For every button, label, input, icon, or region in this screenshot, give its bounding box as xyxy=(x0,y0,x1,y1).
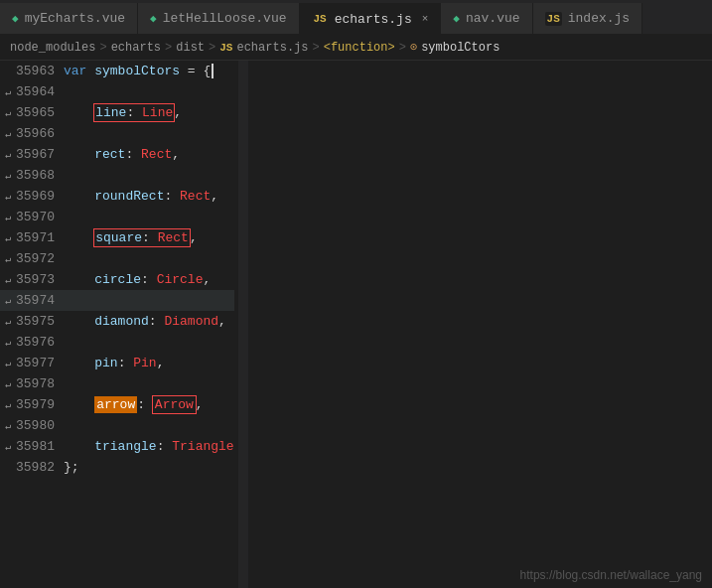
linecontent-35967: rect: Rect, xyxy=(54,144,234,165)
bc-symbolctors: symbolCtors xyxy=(421,41,499,55)
line-row-35971: ↵ 35971 square: Rect, xyxy=(0,227,234,248)
js-icon-2: JS xyxy=(545,12,562,26)
line-row-35963: 35963 var symbolCtors = { xyxy=(0,61,234,81)
line-row-35967: ↵ 35967 rect: Rect, xyxy=(0,144,234,165)
bc-sep-5: > xyxy=(399,41,406,55)
line-row-35976: ↵ 35976 xyxy=(0,332,234,353)
line-row-35979: ↵ 35979 arrow: Arrow, xyxy=(0,394,234,415)
arrow-35980: ↵ xyxy=(0,420,16,432)
arrow-35975: ↵ xyxy=(0,316,16,328)
tab-index-js[interactable]: JS index.js xyxy=(533,3,643,34)
arrow-35973: ↵ xyxy=(0,274,16,286)
line-row-35977: ↵ 35977 pin: Pin, xyxy=(0,353,234,373)
linecontent-35975: diamond: Diamond, xyxy=(54,311,234,332)
arrow-35981: ↵ xyxy=(0,441,16,453)
line-row-35964: ↵ 35964 xyxy=(0,81,234,102)
linenum-35982: 35982 xyxy=(16,457,54,478)
bc-dist: dist xyxy=(176,41,205,55)
arrow-35966: ↵ xyxy=(0,128,16,140)
line-row-35970: ↵ 35970 xyxy=(0,207,234,227)
arrow-key-highlight: arrow xyxy=(94,396,137,413)
line-row-35982: 35982 }; xyxy=(0,457,234,478)
arrow-35974: ↵ xyxy=(0,295,16,307)
code-area: 35963 var symbolCtors = { ↵ 35964 ↵ 3596… xyxy=(0,61,712,588)
linenum-35974: 35974 xyxy=(16,290,54,311)
linenum-35976: 35976 xyxy=(16,332,54,353)
linecontent-35963: var symbolCtors = { xyxy=(54,61,234,81)
arrow-35967: ↵ xyxy=(0,149,16,161)
bc-function: <function> xyxy=(324,41,395,55)
linenum-35963: 35963 xyxy=(16,61,54,81)
linecontent-35971: square: Rect, xyxy=(54,227,234,248)
linenum-35980: 35980 xyxy=(16,415,54,436)
linecontent-35982: }; xyxy=(54,457,234,478)
linenum-35967: 35967 xyxy=(16,144,54,165)
bc-sep-1: > xyxy=(99,41,106,55)
linenum-35977: 35977 xyxy=(16,353,54,373)
linenum-35975: 35975 xyxy=(16,311,54,332)
linenum-35965: 35965 xyxy=(16,102,54,123)
arrow-val-highlight: Arrow xyxy=(153,396,196,413)
linenum-35966: 35966 xyxy=(16,123,54,144)
linenum-35978: 35978 xyxy=(16,373,54,394)
tab-label-5: index.js xyxy=(568,11,630,26)
watermark: https://blog.csdn.net/wallace_yang xyxy=(520,568,702,582)
line-row-35965: ↵ 35965 line: Line, xyxy=(0,102,234,123)
linenum-35970: 35970 xyxy=(16,207,54,227)
linecontent-35973: circle: Circle, xyxy=(54,269,234,290)
line-row-35969: ↵ 35969 roundRect: Rect, xyxy=(0,186,234,207)
app-container: ◆ myEcharts.vue ◆ letHellLoose.vue JS ec… xyxy=(0,0,712,588)
linecontent-35981: triangle: Triangle xyxy=(54,436,234,457)
arrow-35979: ↵ xyxy=(0,399,16,411)
tab-label-1: myEcharts.vue xyxy=(25,11,125,26)
line-row-35975: ↵ 35975 diamond: Diamond, xyxy=(0,311,234,332)
line-row-35972: ↵ 35972 xyxy=(0,248,234,269)
arrow-35972: ↵ xyxy=(0,253,16,265)
breadcrumb: node_modules > echarts > dist > JS echar… xyxy=(0,35,712,61)
arrow-35976: ↵ xyxy=(0,337,16,349)
tab-echarts-js[interactable]: JS echarts.js × xyxy=(300,3,442,34)
tab-close-icon[interactable]: × xyxy=(422,13,429,25)
line-row-35966: ↵ 35966 xyxy=(0,123,234,144)
line-gutter: 35963 var symbolCtors = { ↵ 35964 ↵ 3596… xyxy=(0,61,238,588)
linenum-35968: 35968 xyxy=(16,165,54,186)
linenum-35981: 35981 xyxy=(16,436,54,457)
tab-myecharts[interactable]: ◆ myEcharts.vue xyxy=(0,3,138,34)
arrow-35969: ↵ xyxy=(0,191,16,203)
linenum-35969: 35969 xyxy=(16,186,54,207)
arrow-35971: ↵ xyxy=(0,232,16,244)
linecontent-35965: line: Line, xyxy=(54,102,234,123)
tab-lethellloose[interactable]: ◆ letHellLoose.vue xyxy=(138,3,299,34)
linecontent-35969: roundRect: Rect, xyxy=(54,186,234,207)
bc-node-modules: node_modules xyxy=(10,41,95,55)
arrow-35977: ↵ xyxy=(0,358,16,369)
arrow-35968: ↵ xyxy=(0,170,16,182)
bc-class-icon: ⊙ xyxy=(410,40,417,55)
line-row-35973: ↵ 35973 circle: Circle, xyxy=(0,269,234,290)
bc-file: echarts.js xyxy=(236,41,308,55)
line-row-35968: ↵ 35968 xyxy=(0,165,234,186)
tab-label-4: nav.vue xyxy=(466,11,520,26)
line-row-35980: ↵ 35980 xyxy=(0,415,234,436)
arrow-35978: ↵ xyxy=(0,378,16,390)
linenum-35979: 35979 xyxy=(16,394,54,415)
tab-label-3: echarts.js xyxy=(335,12,412,27)
scrollbar[interactable] xyxy=(238,61,248,588)
bc-sep-3: > xyxy=(209,41,215,55)
tab-label-2: letHellLoose.vue xyxy=(163,11,287,26)
js-icon-1: JS xyxy=(312,12,329,26)
bc-sep-2: > xyxy=(165,41,172,55)
bc-js-icon: JS xyxy=(219,42,232,54)
vue-icon-1: ◆ xyxy=(12,12,19,25)
tab-bar: ◆ myEcharts.vue ◆ letHellLoose.vue JS ec… xyxy=(0,0,712,35)
vue-icon-3: ◆ xyxy=(453,12,460,25)
bc-echarts: echarts xyxy=(111,41,161,55)
line-row-35981: ↵ 35981 triangle: Triangle xyxy=(0,436,234,457)
linenum-35971: 35971 xyxy=(16,227,54,248)
linenum-35972: 35972 xyxy=(16,248,54,269)
tab-nav-vue[interactable]: ◆ nav.vue xyxy=(441,3,532,34)
line-row-35974: ↵ 35974 xyxy=(0,290,234,311)
linecontent-35979: arrow: Arrow, xyxy=(54,394,234,415)
editor: 35963 var symbolCtors = { ↵ 35964 ↵ 3596… xyxy=(0,61,712,588)
arrow-35965: ↵ xyxy=(0,107,16,119)
